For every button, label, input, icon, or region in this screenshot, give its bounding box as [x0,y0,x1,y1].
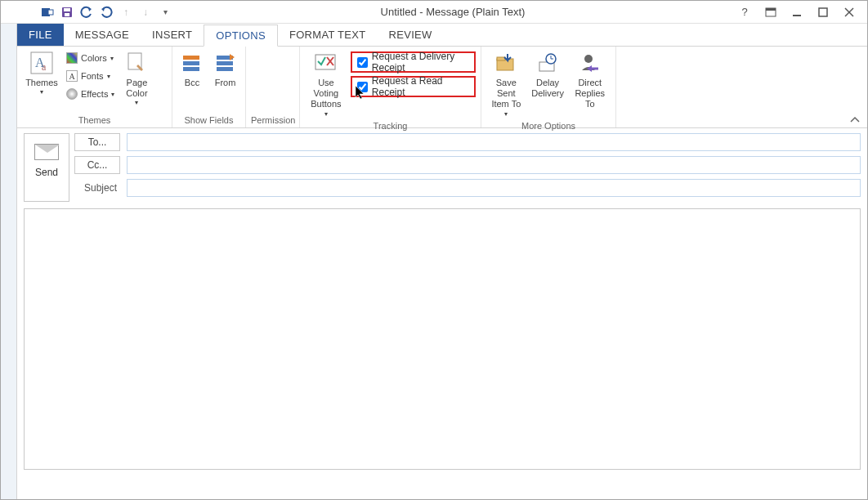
group-show-fields: Bcc From Show Fields [172,47,246,127]
effects-icon [66,88,78,100]
cc-button[interactable]: Cc... [74,156,120,174]
message-body[interactable] [24,208,861,470]
svg-rect-3 [64,8,70,11]
page-color-button[interactable]: Page Color ▾ [119,48,154,109]
fonts-button[interactable]: AFonts▾ [65,68,116,84]
to-button[interactable]: To... [74,133,120,151]
effects-label: Effects [81,89,108,99]
dropdown-arrow-icon: ▾ [135,99,138,107]
svg-rect-1 [48,10,53,15]
from-button[interactable]: From [210,48,240,90]
subject-field[interactable] [127,179,861,197]
send-label: Send [35,167,58,178]
svg-point-30 [584,55,593,63]
voting-label: Use Voting Buttons [306,78,346,110]
minimize-icon[interactable] [785,3,808,21]
group-themes: Aa Themes ▾ Colors▾ AFonts▾ Effects▾ [17,47,172,127]
colors-button[interactable]: Colors▾ [65,50,116,66]
svg-rect-19 [217,61,233,65]
group-label-permission: Permission [251,114,294,127]
save-sent-button[interactable]: Save Sent Item To▾ [486,48,526,119]
undo-icon[interactable] [79,5,94,20]
delay-delivery-button[interactable]: Delay Delivery [530,48,566,100]
fonts-icon: A [66,70,78,82]
themes-icon: Aa [29,50,55,76]
svg-text:a: a [42,61,47,73]
delay-icon [535,50,561,76]
delivery-receipt-checkbox[interactable]: Request a Delivery Receipt [354,54,472,70]
svg-rect-20 [217,67,233,71]
page-color-icon [123,50,150,76]
svg-rect-6 [766,8,776,11]
svg-rect-4 [65,13,69,16]
voting-icon [313,50,339,76]
read-receipt-checkbox[interactable]: Request a Read Receipt [354,78,472,95]
group-permission: Permission [246,47,300,127]
read-receipt-input[interactable] [357,82,368,92]
voting-buttons-button[interactable]: Use Voting Buttons▾ [305,48,347,119]
highlight-read-receipt: Request a Read Receipt [351,76,476,97]
tab-review[interactable]: REVIEW [378,24,444,46]
cc-field[interactable] [127,156,861,174]
bcc-icon [179,50,205,76]
group-label-tracking: Tracking [305,119,476,133]
from-icon [213,50,239,76]
save-icon[interactable] [60,5,74,20]
read-receipt-label: Request a Read Receipt [372,75,469,98]
ribbon-display-icon[interactable] [759,3,782,21]
close-icon[interactable] [838,3,861,21]
page-color-label: Page Color [126,78,147,99]
tab-options[interactable]: OPTIONS [204,25,278,47]
to-field[interactable] [127,133,861,151]
svg-rect-15 [183,56,199,60]
delivery-receipt-input[interactable] [357,57,368,68]
bcc-button[interactable]: Bcc [177,48,207,90]
save-sent-icon [493,50,519,76]
group-label-themes: Themes [22,114,167,127]
save-sent-label: Save Sent Item To [488,78,525,110]
from-label: From [215,78,236,88]
bcc-label: Bcc [185,78,199,88]
tab-file[interactable]: FILE [17,24,64,46]
maximize-icon[interactable] [812,3,834,21]
quick-access-toolbar: ↑ ↓ ▾ [1,5,172,20]
direct-replies-icon [577,50,603,76]
group-label-show-fields: Show Fields [177,114,240,127]
collapse-ribbon-icon[interactable] [849,116,861,124]
next-item-icon[interactable]: ↓ [138,5,153,20]
help-icon[interactable]: ? [733,3,756,21]
delay-label: Delay Delivery [531,78,564,99]
message-window: ↑ ↓ ▾ Untitled - Message (Plain Text) ? … [0,0,868,500]
ribbon: Aa Themes ▾ Colors▾ AFonts▾ Effects▾ [17,47,867,128]
fonts-label: Fonts [81,71,104,81]
themes-label: Themes [25,78,58,88]
window-title: Untitled - Message (Plain Text) [172,6,733,18]
themes-button[interactable]: Aa Themes ▾ [22,48,61,98]
svg-rect-17 [183,67,199,71]
group-more-options: Save Sent Item To▾ Delay Delivery Direct… [481,47,616,127]
effects-button[interactable]: Effects▾ [65,86,116,102]
left-strip [1,24,17,499]
dropdown-arrow-icon: ▾ [40,88,43,96]
window-controls: ? [733,3,867,21]
direct-replies-button[interactable]: Direct Replies To [570,48,611,112]
redo-icon[interactable] [99,5,114,20]
tab-insert[interactable]: INSERT [141,24,204,46]
subject-label: Subject [74,182,120,194]
svg-rect-16 [183,61,199,65]
svg-rect-8 [819,8,827,16]
colors-icon [66,52,78,64]
send-button[interactable]: Send [24,133,69,202]
prev-item-icon[interactable]: ↑ [119,5,133,20]
compose-header: Send To... Cc... Subject [17,128,867,207]
ribbon-tabs: FILE MESSAGE INSERT OPTIONS FORMAT TEXT … [17,24,867,47]
titlebar: ↑ ↓ ▾ Untitled - Message (Plain Text) ? [1,1,867,24]
group-tracking: Use Voting Buttons▾ Request a Delivery R… [300,47,481,127]
delivery-receipt-label: Request a Delivery Receipt [372,51,469,74]
outlook-icon[interactable] [40,5,55,20]
qat-dropdown-icon[interactable]: ▾ [158,5,172,20]
direct-replies-label: Direct Replies To [571,78,609,110]
highlight-delivery-receipt: Request a Delivery Receipt [351,51,476,73]
tab-message[interactable]: MESSAGE [64,24,141,46]
tab-format-text[interactable]: FORMAT TEXT [278,24,378,46]
